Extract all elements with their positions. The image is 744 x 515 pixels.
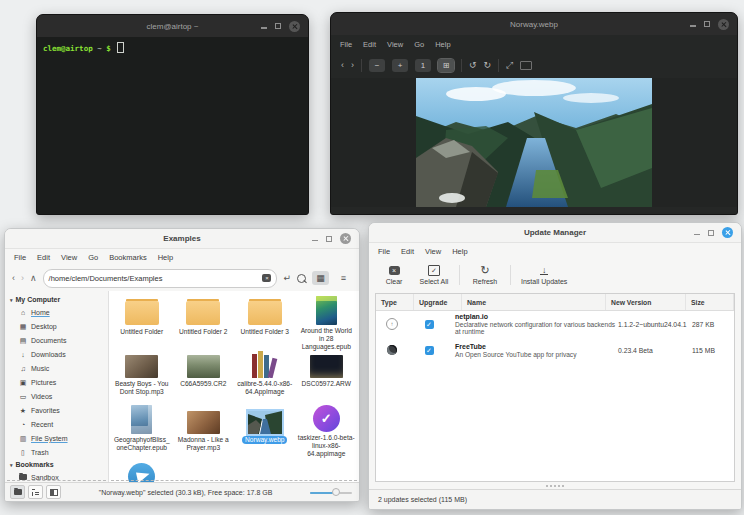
minimize-icon[interactable]	[312, 240, 318, 242]
sidebar-item-music[interactable]: ♫Music	[5, 361, 108, 375]
file-item[interactable]: Around the World in 28 Languages.epub	[296, 294, 358, 346]
zoom-original-icon[interactable]: 1	[415, 59, 431, 72]
fullscreen-icon[interactable]: ⤢	[506, 61, 513, 70]
column-type[interactable]: Type	[376, 294, 414, 310]
menu-edit[interactable]: Edit	[363, 40, 376, 49]
zoom-slider[interactable]	[310, 487, 352, 497]
clear-button[interactable]: × Clear	[379, 265, 409, 285]
menu-help[interactable]: Help	[452, 247, 467, 256]
sidebar-item-home[interactable]: ⌂Home	[5, 305, 108, 319]
maximize-icon[interactable]	[275, 23, 281, 29]
menu-view[interactable]: View	[425, 247, 441, 256]
rotate-right-icon[interactable]: ↻	[484, 61, 492, 70]
sidebar-item-recent[interactable]: ◔Recent	[5, 417, 108, 431]
close-icon[interactable]	[289, 21, 300, 32]
file-item[interactable]: Madonna - Like a Prayer.mp3	[173, 402, 235, 458]
column-upgrade[interactable]: Upgrade	[414, 294, 462, 310]
column-new-version[interactable]: New Version	[606, 294, 686, 310]
zoom-out-icon[interactable]: −	[369, 59, 385, 72]
install-updates-button[interactable]: ↓ Install Updates	[521, 265, 567, 285]
search-icon[interactable]	[297, 274, 306, 283]
file-item[interactable]: Beasty Boys - You Dont Stop.mp3	[111, 346, 173, 402]
upgrade-checkbox[interactable]: ✓	[425, 320, 434, 329]
terminal-body[interactable]: clem@airtop ~ $	[37, 37, 308, 214]
column-name[interactable]: Name	[462, 294, 606, 310]
viewer-titlebar[interactable]: Norway.webp	[331, 13, 737, 35]
menu-go[interactable]: Go	[88, 253, 98, 262]
file-item[interactable]: Untitled Folder	[111, 294, 173, 346]
collapse-icon[interactable]: ▾	[10, 462, 13, 468]
refresh-button[interactable]: ↻ Refresh	[470, 265, 500, 285]
list-view-toggle[interactable]: ≡	[335, 271, 352, 285]
sidebar-item-desktop[interactable]: ▦Desktop	[5, 319, 108, 333]
file-item[interactable]: C66A5959.CR2	[173, 346, 235, 402]
nemo-titlebar[interactable]: Examples	[5, 229, 359, 249]
table-row[interactable]: ✓ FreeTube An Open Source YouTube app fo…	[376, 337, 734, 363]
menu-help[interactable]: Help	[158, 253, 173, 262]
menu-edit[interactable]: Edit	[37, 253, 50, 262]
table-row[interactable]: ↑ ✓ netplan.io Declarative network confi…	[376, 311, 734, 337]
viewer-canvas[interactable]	[331, 78, 737, 207]
file-item[interactable]: DSC05972.ARW	[296, 346, 358, 402]
menu-file[interactable]: File	[378, 247, 390, 256]
location-bar[interactable]: /home/clem/Documents/Examples ×	[43, 269, 278, 288]
section-my-computer[interactable]: ▾ My Computer	[5, 294, 108, 305]
show-places-button[interactable]	[10, 485, 25, 499]
menu-help[interactable]: Help	[435, 40, 450, 49]
close-icon[interactable]	[722, 227, 733, 238]
forward-icon[interactable]: ›	[351, 61, 354, 70]
minimize-icon[interactable]	[694, 234, 700, 236]
menu-bookmarks[interactable]: Bookmarks	[109, 253, 147, 262]
maximize-icon[interactable]	[708, 230, 714, 236]
upgrade-checkbox[interactable]: ✓	[425, 346, 434, 355]
menu-view[interactable]: View	[61, 253, 77, 262]
desktop-icon: ▦	[19, 323, 27, 330]
close-icon[interactable]	[718, 19, 729, 30]
section-bookmarks[interactable]: ▾ Bookmarks	[5, 459, 108, 470]
zoom-in-icon[interactable]: +	[392, 59, 408, 72]
rotate-left-icon[interactable]: ↺	[469, 61, 477, 70]
nemo-file-grid[interactable]: Untitled Folder Untitled Folder 2 Untitl…	[109, 291, 359, 482]
minimize-icon[interactable]	[261, 27, 267, 29]
sidebar-item-favorites[interactable]: ★Favorites	[5, 403, 108, 417]
select-all-button[interactable]: ✓ Select All	[419, 265, 449, 285]
icon-view-toggle[interactable]: ▦	[312, 271, 329, 285]
pane-resize-handle[interactable]	[369, 482, 741, 489]
show-treeview-button[interactable]	[28, 485, 43, 499]
forward-icon[interactable]: ›	[21, 273, 24, 283]
close-icon[interactable]	[340, 233, 351, 244]
terminal-titlebar[interactable]: clem@airtop ~	[37, 15, 308, 37]
file-item[interactable]: GeographyofBliss_oneChapter.epub	[111, 402, 173, 458]
maximize-icon[interactable]	[326, 236, 332, 242]
sidebar-item-pictures[interactable]: ▣Pictures	[5, 375, 108, 389]
clear-location-icon[interactable]: ×	[262, 274, 271, 282]
menu-edit[interactable]: Edit	[401, 247, 414, 256]
collapse-icon[interactable]: ▾	[10, 297, 13, 303]
sidebar-item-documents[interactable]: ▤Documents	[5, 333, 108, 347]
sidebar-item-downloads[interactable]: ↓Downloads	[5, 347, 108, 361]
sidebar-item-trash[interactable]: ▯Trash	[5, 445, 108, 459]
menu-file[interactable]: File	[14, 253, 26, 262]
file-item-selected[interactable]: Norway.webp	[234, 402, 296, 458]
up-icon[interactable]: ∧	[30, 273, 37, 283]
file-item[interactable]: Telegram	[111, 458, 173, 482]
back-icon[interactable]: ‹	[12, 273, 15, 283]
minimize-icon[interactable]	[690, 25, 696, 27]
file-item[interactable]: Untitled Folder 3	[234, 294, 296, 346]
toggle-location-entry-icon[interactable]: ↵	[283, 273, 291, 283]
back-icon[interactable]: ‹	[341, 61, 344, 70]
file-item[interactable]: ✓taskizer-1.6.0-beta-linux-x86-64.appima…	[296, 402, 358, 458]
maximize-icon[interactable]	[704, 21, 710, 27]
slideshow-icon[interactable]	[520, 61, 532, 70]
toggle-sidebar-button[interactable]	[46, 485, 61, 499]
menu-go[interactable]: Go	[414, 40, 424, 49]
best-fit-icon[interactable]: ⊞	[438, 59, 454, 72]
menu-file[interactable]: File	[340, 40, 352, 49]
sidebar-item-videos[interactable]: ▭Videos	[5, 389, 108, 403]
updater-titlebar[interactable]: Update Manager	[369, 223, 741, 243]
file-item[interactable]: Untitled Folder 2	[173, 294, 235, 346]
file-item[interactable]: calibre-5.44.0-x86-64.AppImage	[234, 346, 296, 402]
sidebar-item-file-system[interactable]: ▥File System	[5, 431, 108, 445]
menu-view[interactable]: View	[387, 40, 403, 49]
column-size[interactable]: Size	[686, 294, 734, 310]
